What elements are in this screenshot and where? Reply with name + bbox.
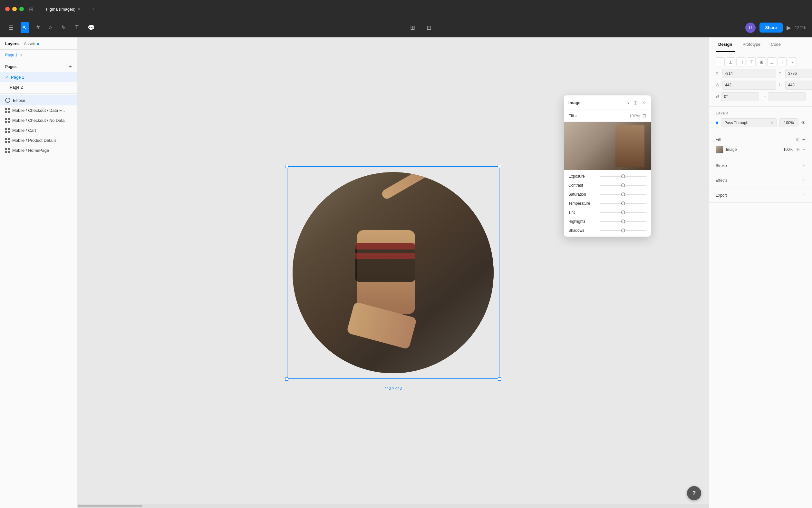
popup-fill-copy-icon[interactable]: ⊡: [642, 113, 646, 118]
popup-fill-pct: 100%: [629, 114, 640, 118]
new-tab-button[interactable]: +: [92, 6, 94, 12]
rotation-input[interactable]: [721, 92, 759, 101]
assets-dot: [37, 43, 39, 45]
handle-bottom-left[interactable]: [285, 377, 288, 381]
align-top-button[interactable]: ⊤: [747, 57, 756, 67]
pages-section-header: Pages +: [0, 59, 77, 72]
tab-layers[interactable]: Layers: [5, 41, 19, 49]
minimize-dot[interactable]: [12, 7, 17, 11]
layer-homepage-label: Mobile / HomePage: [12, 148, 49, 153]
layer-product-details[interactable]: Mobile / Product Details: [0, 135, 77, 145]
align-center-v-button[interactable]: ⊞: [757, 57, 766, 67]
highlights-thumb[interactable]: [621, 219, 625, 223]
frame-tool-icon[interactable]: #: [35, 22, 42, 33]
temperature-thumb[interactable]: [621, 202, 625, 205]
fill-add-button[interactable]: +: [802, 137, 806, 142]
temperature-track[interactable]: [600, 203, 646, 204]
layer-opacity-input[interactable]: [779, 118, 799, 127]
shadows-track[interactable]: [600, 230, 646, 231]
layer-mode-dot: [716, 122, 718, 124]
x-input[interactable]: [722, 69, 776, 78]
contrast-track[interactable]: [600, 185, 646, 186]
tab-code[interactable]: Code: [768, 37, 783, 52]
exposure-track[interactable]: [600, 176, 646, 177]
shadows-thumb[interactable]: [621, 228, 625, 232]
tab-close-button[interactable]: ×: [78, 7, 80, 11]
fill-row: Image 100% 👁 −: [716, 146, 806, 154]
saturation-label: Saturation: [569, 192, 597, 197]
tab-design[interactable]: Design: [716, 37, 735, 52]
layer-homepage[interactable]: Mobile / HomePage: [0, 145, 77, 155]
handle-top-left[interactable]: [285, 165, 288, 168]
selection-box[interactable]: 443 × 443: [287, 166, 499, 379]
page-check-icon: ✓: [5, 75, 8, 80]
fill-color-preview[interactable]: [716, 146, 723, 154]
saturation-thumb[interactable]: [621, 193, 625, 196]
saturation-track[interactable]: [600, 194, 646, 195]
page-item-2[interactable]: Page 2: [0, 82, 77, 92]
layer-checkout-data[interactable]: Mobile / Checkout / Data F...: [0, 105, 77, 115]
right-panel-tabs: Design Prototype Code: [709, 37, 812, 52]
fill-grid-icon[interactable]: ⊞: [796, 137, 800, 142]
app-grid-icon[interactable]: ⊞: [29, 6, 33, 12]
align-left-button[interactable]: ⊢: [716, 57, 725, 67]
add-page-button[interactable]: +: [68, 64, 72, 70]
y-input[interactable]: [785, 69, 812, 78]
tint-row: Tint: [569, 210, 646, 215]
fill-visibility-icon[interactable]: 👁: [796, 147, 800, 152]
shape-tool-icon[interactable]: ○: [47, 22, 54, 33]
frame-layer-icon: [5, 108, 10, 113]
fill-remove-button[interactable]: −: [803, 147, 806, 153]
zoom-level[interactable]: 122%: [795, 25, 806, 30]
handle-bottom-right[interactable]: [498, 377, 501, 381]
ellipse-layer-icon: [5, 98, 10, 103]
scroll-thumb[interactable]: [78, 505, 142, 507]
align-right-button[interactable]: ⊣: [736, 57, 745, 67]
play-button[interactable]: ▶: [786, 24, 791, 31]
tint-track[interactable]: [600, 212, 646, 213]
layer-mode-button[interactable]: Pass Through ∨: [721, 118, 776, 127]
left-panel-scroll[interactable]: Pages + ✓ Page 1 Page 2 Ellipse: [0, 59, 77, 508]
handle-top-right[interactable]: [498, 165, 501, 168]
layer-checkout-nodata[interactable]: Mobile / Checkout / No Data: [0, 115, 77, 125]
export-add-button[interactable]: +: [802, 192, 806, 199]
toolbar-center: ⊞ ⊡: [103, 22, 739, 33]
select-tool-icon[interactable]: ↖: [20, 22, 29, 33]
active-tab[interactable]: Figma (Images) ×: [41, 5, 85, 13]
corner-radius-input[interactable]: [768, 92, 806, 101]
popup-close-icon[interactable]: ×: [641, 99, 646, 106]
align-center-h-button[interactable]: ⊥: [726, 57, 735, 67]
stroke-add-button[interactable]: +: [802, 162, 806, 169]
horizontal-scrollbar[interactable]: [77, 504, 709, 508]
distribute-h-button[interactable]: ⋮: [777, 57, 786, 67]
text-tool-icon[interactable]: T: [73, 22, 81, 33]
tint-thumb[interactable]: [621, 210, 625, 214]
comment-tool-icon[interactable]: 💬: [86, 22, 97, 33]
tab-prototype[interactable]: Prototype: [740, 37, 763, 52]
layer-mode-label: Pass Through: [724, 121, 749, 125]
menu-icon[interactable]: ☰: [6, 22, 15, 33]
layer-cart[interactable]: Mobile / Cart: [0, 125, 77, 135]
exposure-thumb[interactable]: [621, 174, 625, 178]
effects-add-button[interactable]: +: [802, 177, 806, 184]
pen-tool-icon[interactable]: ✎: [59, 22, 68, 33]
canvas[interactable]: 443 × 443 Image ∨ ◎ × Fill ∨ 100% ⊡: [77, 37, 709, 508]
w-input[interactable]: [722, 81, 776, 90]
page-item-1[interactable]: ✓ Page 1: [0, 72, 77, 82]
align-bottom-button[interactable]: ⊥: [767, 57, 776, 67]
preview-figure: [616, 125, 644, 167]
tab-assets[interactable]: Assets: [24, 41, 39, 49]
highlights-track[interactable]: [600, 221, 646, 222]
layer-visibility-icon[interactable]: 👁: [801, 120, 806, 125]
layer-ellipse[interactable]: Ellipse: [0, 95, 77, 105]
components-icon[interactable]: ⊞: [408, 22, 417, 33]
popup-target-icon[interactable]: ◎: [632, 99, 639, 106]
crop-icon[interactable]: ⊡: [425, 22, 434, 33]
contrast-thumb[interactable]: [621, 183, 625, 187]
close-dot[interactable]: [5, 7, 10, 11]
h-input[interactable]: [785, 81, 812, 90]
distribute-v-button[interactable]: ⋯: [788, 57, 797, 67]
share-button[interactable]: Share: [760, 23, 783, 33]
maximize-dot[interactable]: [19, 7, 24, 11]
help-button[interactable]: ?: [687, 486, 701, 500]
